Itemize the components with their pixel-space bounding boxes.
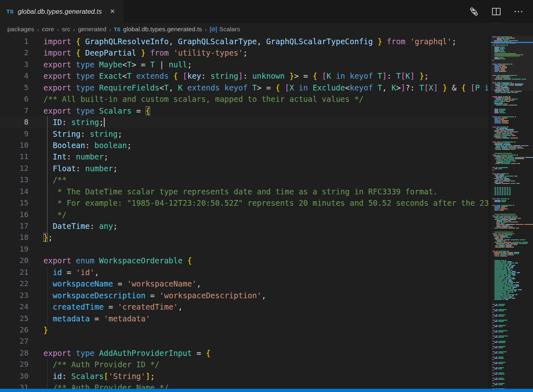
breadcrumb-separator-icon: › [73,26,75,33]
breadcrumb-item-symbol-scalars[interactable]: [⊘]Scalars [210,26,240,33]
code-text: }; [43,232,53,243]
code-line[interactable]: 13 /** [0,174,488,185]
minimap-line [491,254,533,255]
breadcrumb-item-core[interactable]: core [42,26,54,33]
minimap-line [491,218,533,219]
code-text: String: string; [43,128,123,140]
minimap-line [491,349,533,349]
code-line[interactable]: 24 createdTime = 'createdTime', [0,301,488,312]
line-number: 11 [0,151,28,162]
minimap-line [491,316,533,317]
minimap-line [491,207,533,208]
code-line[interactable]: 11 Int: number; [0,151,488,162]
minimap-line [491,129,533,130]
line-number: 30 [0,370,28,382]
code-line[interactable]: 3export type Maybe<T> = T | null; [0,59,488,70]
minimap-line [491,341,533,342]
minimap-line [491,354,533,355]
code-line[interactable]: 18}; [0,232,488,243]
minimap-gap [491,164,533,167]
minimap-line [491,280,533,280]
line-number: 6 [0,93,28,105]
minimap-line [491,299,533,300]
code-line[interactable]: 7export type Scalars = { [0,105,488,116]
minimap-line [491,306,533,307]
code-line[interactable]: 17 DateTime: any; [0,220,488,232]
close-tab-icon[interactable]: ✕ [108,7,117,16]
open-changes-icon[interactable] [469,6,479,17]
code-line[interactable]: 22 workspaceName = 'workspaceName', [0,278,488,289]
minimap-line [491,109,533,110]
line-number: 22 [0,278,28,289]
breadcrumb-item-file[interactable]: TSglobal.db.types.generated.ts [114,26,202,33]
line-number: 2 [0,47,28,58]
code-text: export type Maybe<T> = T | null; [43,59,192,70]
minimap-line [491,159,533,160]
minimap-line [491,134,533,135]
breadcrumb-item-packages[interactable]: packages [7,26,34,33]
tab-global-db-types-generated-ts[interactable]: TS global.db.types.generated.ts ✕ [0,0,123,23]
code-text: ID: string; [43,116,104,128]
code-line[interactable]: 29 /** Auth Provider ID */ [0,359,488,370]
minimap-line [491,182,533,183]
code-line[interactable]: 30 id: Scalars['String']; [0,370,488,382]
more-actions-icon[interactable]: ⋯ [514,7,523,15]
code-line[interactable]: 20export enum WorkspaceOrderable { [0,255,488,266]
minimap-line [491,209,533,209]
minimap-gap [491,93,533,96]
minimap-line [491,286,533,286]
breadcrumb-item-src[interactable]: src [62,26,71,33]
code-line[interactable]: 16 */ [0,209,488,220]
minimap-line [491,239,533,240]
minimap-line [491,219,533,220]
code-line[interactable]: 14 * The DateTime scalar type represents… [0,186,488,197]
minimap-line [491,123,533,123]
minimap-line [491,338,533,339]
code-text: export type Exact<T extends { [key: stri… [43,70,429,82]
line-number: 17 [0,220,28,232]
code-line[interactable]: 23 workspaceDescription = 'workspaceDesc… [0,290,488,301]
minimap[interactable] [491,36,533,390]
code-line[interactable]: 19 [0,243,488,255]
code-line[interactable]: 12 Float: number; [0,163,488,174]
code-line[interactable]: 26} [0,324,488,336]
code-line[interactable]: 5export type RequireFields<T, K extends … [0,82,488,93]
minimap-line [491,127,533,127]
breadcrumb-item-generated[interactable]: generated [78,26,106,33]
minimap-line [491,157,533,158]
code-line[interactable]: 21 id = 'id', [0,267,488,278]
split-editor-icon[interactable] [491,6,501,17]
code-line[interactable]: 28export type AddAuthProviderInput = { [0,347,488,359]
code-line[interactable]: 10 Boolean: boolean; [0,140,488,151]
minimap-line [491,112,533,113]
minimap-line [491,364,533,365]
code-line[interactable]: 31 /** Auth Provider Name */ [0,382,488,389]
minimap-gap [491,124,533,127]
minimap-line [491,289,533,290]
line-number: 14 [0,186,28,197]
minimap-line [491,131,533,132]
code-line[interactable]: 2import { DeepPartial } from 'utility-ty… [0,47,488,58]
minimap-line [491,244,533,245]
code-line[interactable]: 15 * For example: "1985-04-12T23:20:50.5… [0,197,488,209]
code-text: workspaceName = 'workspaceName', [43,278,201,289]
editor[interactable]: 1import { GraphQLResolveInfo, GraphQLSca… [0,36,488,389]
line-number: 19 [0,243,28,255]
code-line[interactable]: 27 [0,336,488,347]
minimap-line [491,135,533,136]
indent-guide [47,359,47,389]
minimap-line [491,170,533,170]
code-line[interactable]: 25 metadata = 'metadata' [0,313,488,324]
breadcrumb-separator-icon: › [205,26,207,33]
minimap-line [491,205,533,206]
code-line[interactable]: 4export type Exact<T extends { [key: str… [0,70,488,82]
minimap-slider[interactable] [491,36,533,91]
minimap-line [491,288,533,289]
minimap-line [491,188,533,189]
code-line[interactable]: 1import { GraphQLResolveInfo, GraphQLSca… [0,36,488,47]
code-line[interactable]: 9 String: string; [0,128,488,140]
code-line[interactable]: 6/** All built-in and custom scalars, ma… [0,93,488,105]
line-number: 20 [0,255,28,266]
line-number: 10 [0,140,28,151]
code-line[interactable]: 8 ID: string; [0,116,488,128]
